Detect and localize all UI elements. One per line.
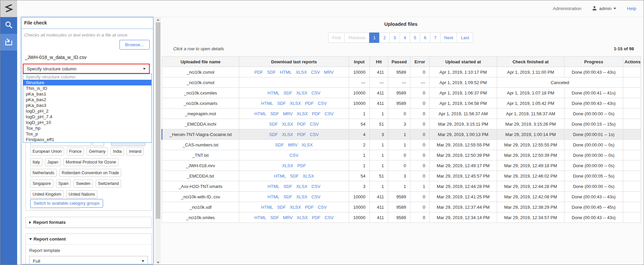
page-button-7[interactable]: 7 bbox=[430, 32, 440, 43]
report-link-sdf[interactable]: SDF bbox=[277, 101, 286, 106]
page-button-3[interactable]: 3 bbox=[389, 32, 400, 43]
report-link-xlsx[interactable]: XLSX bbox=[302, 142, 313, 147]
browse-button[interactable]: Browse... bbox=[119, 40, 150, 50]
report-link-pdf[interactable]: PDF bbox=[254, 70, 263, 75]
file-row[interactable]: _nci10k.csmolPDFSDFHTMLXLSXCSVMRV1000041… bbox=[162, 67, 641, 77]
file-row[interactable]: _TNT.txtCSV1100Mar 29, 2019, 12:50:39 PM… bbox=[162, 150, 641, 160]
page-button-last[interactable]: Last bbox=[457, 32, 473, 43]
report-link-pdf[interactable]: PDF bbox=[312, 111, 320, 116]
report-link-pdf[interactable]: PDF bbox=[305, 205, 314, 210]
app-logo[interactable] bbox=[0, 0, 17, 17]
report-link-sdf[interactable]: SDF bbox=[267, 70, 276, 75]
report-link-csv[interactable]: CSV bbox=[311, 194, 320, 199]
file-row[interactable]: _nci10k.csmol------------Apr 1, 2019, 1:… bbox=[162, 77, 641, 88]
sidebar-item-search[interactable] bbox=[0, 17, 17, 34]
category-chip[interactable]: India bbox=[110, 147, 124, 155]
category-chip[interactable]: Italy bbox=[30, 158, 42, 166]
page-button-6[interactable]: 6 bbox=[420, 32, 430, 43]
report-link-xlsx[interactable]: XLSX bbox=[296, 184, 307, 189]
report-link-sdf[interactable]: SDF bbox=[270, 111, 279, 116]
report-link-csv[interactable]: CSV bbox=[311, 70, 320, 75]
report-template-select[interactable]: Full bbox=[29, 256, 148, 264]
scrollbar-thumb[interactable] bbox=[156, 22, 160, 219]
dropdown-option[interactable]: logD_pH_2 bbox=[23, 108, 151, 114]
report-link-pdf[interactable]: PDF bbox=[297, 132, 306, 137]
report-link-html[interactable]: HTML bbox=[267, 184, 279, 189]
file-row[interactable]: _nci10k-with-ID..csvHTMLSDFXLSXCSV100004… bbox=[162, 192, 641, 202]
report-link-csv[interactable]: CSV bbox=[310, 132, 319, 137]
file-row[interactable]: _nci10k.sdfHTMLSDFXLSXPDFCSV100004119589… bbox=[162, 202, 641, 212]
dropdown-option[interactable]: Tox_hp bbox=[23, 125, 151, 131]
dropdown-option[interactable]: pKa_bas2 bbox=[23, 97, 151, 103]
structure-column-select[interactable]: Specify structure column bbox=[23, 64, 150, 74]
dropdown-option[interactable]: Specify structure column bbox=[23, 74, 151, 80]
report-link-csv[interactable]: CSV bbox=[311, 184, 320, 189]
report-link-html[interactable]: HTML bbox=[267, 90, 279, 95]
file-row[interactable]: _Asx-H2O-TNT.smartsHTMLSDFXLSXCSV3111Mar… bbox=[162, 181, 641, 192]
report-link-csv[interactable]: CSV bbox=[310, 122, 319, 127]
report-link-pdf[interactable]: PDF bbox=[297, 163, 306, 168]
category-chip[interactable]: Switzerland bbox=[96, 180, 121, 188]
report-link-sdf[interactable]: SDF bbox=[269, 122, 278, 127]
report-link-pdf[interactable]: PDF bbox=[305, 101, 314, 106]
report-link-csv[interactable]: CSV bbox=[325, 215, 334, 220]
dropdown-option[interactable]: This_is_ID bbox=[23, 85, 151, 91]
report-content-header[interactable]: Report content bbox=[26, 234, 151, 245]
file-row[interactable]: _nci10k.cxsmilesHTMLSDFXLSXCSV1000041195… bbox=[162, 88, 641, 98]
administration-menu[interactable]: Administration bbox=[553, 6, 582, 11]
file-row[interactable]: _JWH-018.mrvXLSXPDF1100Mar 29, 2019, 12:… bbox=[162, 160, 641, 171]
category-chip[interactable]: Japan bbox=[45, 158, 61, 166]
category-chip[interactable]: Spain bbox=[56, 180, 71, 188]
page-button-1[interactable]: 1 bbox=[369, 32, 380, 43]
report-link-xlsx[interactable]: XLSX bbox=[297, 215, 308, 220]
file-row[interactable]: _nci10k.cxsmartsHTMLSDFXLSXPDFCSV1000041… bbox=[162, 98, 641, 109]
dropdown-option[interactable]: pKa_bas1 bbox=[23, 91, 151, 97]
report-link-sdf[interactable]: SDF bbox=[284, 194, 292, 199]
page-button-previous[interactable]: Previous bbox=[344, 32, 369, 43]
file-row[interactable]: _EMCDDA.inchiSDFXLSXPDFCSV545130Mar 29, … bbox=[162, 119, 641, 129]
report-link-pdf[interactable]: PDF bbox=[297, 122, 306, 127]
report-link-html[interactable]: HTML bbox=[261, 101, 273, 106]
category-chip[interactable]: United Nations bbox=[66, 190, 97, 198]
dropdown-option[interactable]: logD_pH_7.4 bbox=[23, 114, 151, 120]
category-chip[interactable]: Singapore bbox=[30, 180, 53, 188]
file-row[interactable]: _EMCDDA.txtHTMLSDFXLSX545130Mar 29, 2019… bbox=[162, 171, 641, 181]
report-link-sdf[interactable]: SDF bbox=[284, 90, 292, 95]
sidebar-item-file-check[interactable] bbox=[0, 34, 17, 51]
report-link-mrv[interactable]: MRV bbox=[288, 142, 298, 147]
report-link-xlsx[interactable]: XLSX bbox=[282, 132, 293, 137]
category-chip[interactable]: Montreal Protocol for Ozone bbox=[63, 158, 118, 166]
report-link-html[interactable]: HTML bbox=[254, 111, 266, 116]
page-button-first[interactable]: First bbox=[328, 32, 345, 43]
report-link-mrv[interactable]: MRV bbox=[283, 111, 293, 116]
category-chip[interactable]: Germany bbox=[87, 147, 108, 155]
user-menu[interactable]: admin bbox=[592, 6, 616, 12]
report-link-xlsx[interactable]: XLSX bbox=[282, 122, 293, 127]
file-row[interactable]: _nci10k.smilesHTMLSDFMRVXLSXPDFCSV100004… bbox=[162, 212, 641, 223]
category-chip[interactable]: Ireland bbox=[127, 147, 144, 155]
dropdown-option[interactable]: pKa_bas3 bbox=[23, 103, 151, 108]
dropdown-option[interactable]: Tox_p bbox=[23, 131, 151, 137]
file-row[interactable]: _Heroin-TNT-Viagra-Cocaine.txtSDFXLSXPDF… bbox=[162, 129, 641, 140]
category-chip[interactable]: Sweden bbox=[73, 180, 93, 188]
dropdown-option[interactable]: logD_pH_10 bbox=[23, 120, 151, 125]
report-link-xlsx[interactable]: XLSX bbox=[296, 70, 307, 75]
scroll-up-icon[interactable] bbox=[155, 17, 161, 22]
report-link-sdf[interactable]: SDF bbox=[275, 142, 284, 147]
report-link-sdf[interactable]: SDF bbox=[290, 174, 299, 179]
report-link-xlsx[interactable]: XLSX bbox=[296, 194, 307, 199]
report-link-sdf[interactable]: SDF bbox=[270, 215, 279, 220]
report-link-xlsx[interactable]: XLSX bbox=[290, 101, 301, 106]
category-chip[interactable]: France bbox=[67, 147, 84, 155]
report-link-pdf[interactable]: PDF bbox=[312, 215, 320, 220]
report-link-html[interactable]: HTML bbox=[261, 205, 273, 210]
report-link-csv[interactable]: CSV bbox=[290, 153, 299, 158]
report-link-html[interactable]: HTML bbox=[280, 70, 292, 75]
report-link-csv[interactable]: CSV bbox=[318, 205, 327, 210]
category-chip[interactable]: Netherlands bbox=[30, 169, 57, 177]
report-link-html[interactable]: HTML bbox=[254, 215, 266, 220]
report-formats-header[interactable]: Report formats bbox=[26, 217, 151, 227]
report-link-xlsx[interactable]: XLSX bbox=[297, 111, 308, 116]
report-link-sdf[interactable]: SDF bbox=[277, 205, 286, 210]
report-link-xlsx[interactable]: XLSX bbox=[282, 163, 293, 168]
